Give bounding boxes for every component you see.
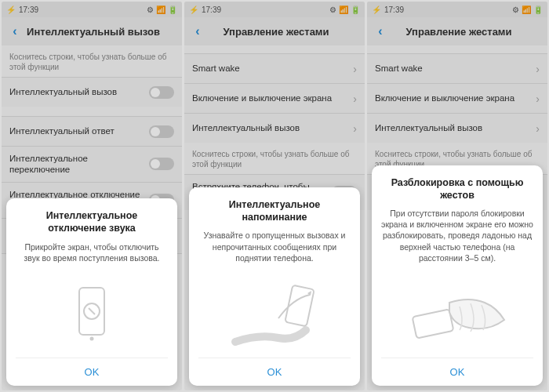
info-dialog: Интеллектуальное отключение звука Прикро… — [6, 198, 177, 386]
dialog-body: Прикройте экран, чтобы отключить звук во… — [16, 241, 168, 263]
dialog-title: Интеллектуальное отключение звука — [16, 209, 168, 235]
screen-gestures-reminder: ⚡17:39 ⚙ 📶 🔋 ‹ Управление жестами Smart … — [184, 2, 365, 390]
dialog-illustration — [198, 271, 351, 358]
info-dialog: Интеллектуальное напоминание Узнавайте о… — [189, 187, 360, 386]
dialog-illustration — [381, 271, 533, 358]
ok-button[interactable]: OK — [198, 358, 351, 386]
svg-rect-4 — [413, 309, 454, 338]
ok-button[interactable]: OK — [16, 358, 168, 386]
dialog-body: Узнавайте о пропущенных вызовах и непроч… — [198, 230, 351, 263]
dialog-title: Интеллектуальное напоминание — [198, 198, 351, 224]
ok-button[interactable]: OK — [381, 358, 533, 386]
screen-smart-call: ⚡17:39 ⚙ 📶 🔋 ‹ Интеллектуальный вызов Ко… — [2, 2, 182, 390]
screen-gestures-unlock: ⚡17:39 ⚙ 📶 🔋 ‹ Управление жестами Smart … — [367, 2, 547, 390]
dialog-body: При отсутствии пароля блокировки экрана … — [381, 208, 533, 263]
info-dialog: Разблокировка с помощью жестов При отсут… — [372, 165, 543, 386]
svg-point-2 — [90, 337, 94, 341]
dialog-title: Разблокировка с помощью жестов — [381, 176, 533, 202]
dialog-illustration — [16, 271, 168, 358]
